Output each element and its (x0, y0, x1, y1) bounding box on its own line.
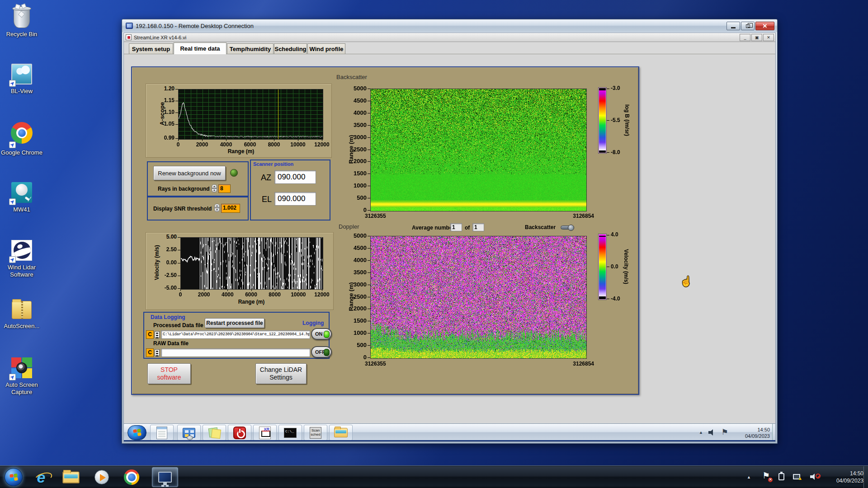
change-lidar-settings-button[interactable]: Change LiDAR Settings (255, 363, 307, 384)
close-button[interactable]: ✕ (755, 22, 774, 30)
host-taskbar-chrome-button[interactable] (118, 467, 145, 487)
session-tray-flag-icon[interactable]: ⚑ (722, 427, 728, 437)
session-show-desktop-button[interactable] (772, 424, 775, 440)
processed-path-field[interactable]: C:\Lidar\Data\Proc\2023\202309\20230904\… (161, 330, 310, 339)
el-value-field[interactable]: 090.000 (274, 192, 316, 206)
rays-value-field[interactable]: 8 (218, 184, 231, 193)
snr-spinner[interactable]: ▴▾ (214, 204, 220, 212)
session-taskbar-xr-button[interactable]: XR (253, 425, 277, 441)
session-taskbar-cmd-button[interactable]: C:\_ (278, 425, 302, 441)
app-titlebar[interactable]: StreamLine XR v14-6.vi _ ▣ ✕ (124, 33, 775, 42)
backscatter-colorbar-label: log B (/m/sr) (624, 91, 630, 150)
host-clock[interactable]: 14:50 04/09/2023 (826, 470, 863, 484)
host-tray-device-icon[interactable]: ▲ (793, 474, 800, 479)
backscatter-colorbar-tick-mid: -5.5 (611, 117, 620, 123)
tick-label: 3500 (340, 269, 367, 276)
session-taskbar-power-button[interactable] (228, 425, 251, 441)
desktop-icon-mw41[interactable]: ➤ MW41 (1, 181, 42, 213)
az-value-field[interactable]: 090.000 (274, 170, 316, 184)
lidar-panel: Backscatter A-scope Range (m) 1.201.151.… (131, 66, 639, 395)
raw-drive-selector[interactable]: C (146, 348, 154, 357)
desktop-icon-auto-screen-capture[interactable]: ➤ Auto Screen Capture (1, 356, 42, 396)
zip-folder-icon (10, 297, 33, 321)
tab-temp-humidity[interactable]: Temp/humidity (227, 43, 274, 54)
host-tray-speaker-muted-icon[interactable] (810, 474, 817, 480)
host-tray-battery-icon[interactable] (778, 473, 784, 480)
desktop-icon-label: BL-View (1, 88, 42, 95)
renew-background-button[interactable]: Renew background now (153, 166, 226, 180)
tab-wind-profile[interactable]: Wind profile (307, 43, 345, 54)
processed-browse-icon[interactable] (155, 331, 160, 338)
session-taskbar-scan-button[interactable]: Scansched (304, 425, 327, 441)
restart-processed-file-button[interactable]: Restart processed file (205, 318, 264, 328)
desktop-icon-bl-view[interactable]: ➤ BL-View (1, 62, 42, 95)
el-label: EL (262, 195, 272, 204)
tick-label: 1.10 (148, 109, 175, 115)
host-taskbar-rdp-button[interactable] (152, 467, 178, 487)
session-tray-expand-icon[interactable]: ▲ (699, 430, 703, 435)
host-taskbar-ie-button[interactable]: e (28, 467, 54, 487)
session-start-button[interactable] (127, 425, 146, 440)
desktop-icon-autoscreen-zip[interactable]: AutoScreen... (1, 297, 42, 330)
tick-label: 0.99 (148, 135, 175, 141)
remote-session: StreamLine XR v14-6.vi _ ▣ ✕ System setu… (123, 33, 776, 442)
hand-cursor: ☝ (680, 276, 692, 287)
raw-browse-icon[interactable] (155, 349, 160, 356)
snr-threshold-label: Display SNR threshold (153, 206, 212, 212)
tick-label: -2.50 (151, 272, 177, 278)
rays-spinner[interactable]: ▴▾ (212, 184, 217, 192)
raw-path-field[interactable] (161, 348, 310, 357)
tick-label: 500 (340, 342, 367, 348)
snr-value-field[interactable]: 1.002 (221, 204, 240, 213)
app-close-button[interactable]: ✕ (763, 34, 774, 41)
tick-label: 0.00 (151, 259, 177, 266)
host-start-button[interactable] (5, 468, 23, 486)
tick-label: 1500 (340, 317, 367, 324)
session-tray-speaker-icon[interactable] (708, 429, 716, 436)
session-taskbar-notes-button[interactable] (203, 425, 226, 441)
session-taskbar-notepad-button[interactable] (150, 425, 174, 441)
desktop-icon-wind-lidar[interactable]: ➤ Wind Lidar Software (1, 239, 42, 279)
desktop-icon-label: AutoScreen... (1, 323, 42, 330)
desktop-icon-label: Auto Screen Capture (1, 381, 42, 396)
chrome-icon: ➤ (10, 122, 33, 147)
app-minimize-button[interactable]: _ (740, 34, 750, 41)
restore-button[interactable] (741, 22, 755, 30)
warning-badge: ▲ (798, 476, 802, 481)
host-taskbar-explorer-button[interactable] (58, 467, 84, 487)
background-led-indicator (230, 169, 238, 177)
desktop-icon-recycle-bin[interactable]: Recycle Bin (1, 4, 42, 38)
tab-system-setup[interactable]: System setup (129, 43, 173, 54)
processed-drive-selector[interactable]: C (146, 330, 154, 339)
tick-label: 4000 (212, 141, 240, 148)
tick-label: 4500 (340, 97, 367, 104)
raw-logging-toggle-off[interactable]: OFF (311, 346, 332, 358)
session-clock[interactable]: 14:50 04/09/2023 (745, 427, 770, 440)
session-taskbar-config-button[interactable] (177, 425, 201, 441)
doppler-colorbar-tick-min: -4.0 (611, 296, 620, 302)
desktop-icon-google-chrome[interactable]: ➤ Google Chrome (1, 121, 42, 156)
stop-software-button[interactable]: STOP software (147, 363, 191, 384)
host-show-desktop-button[interactable] (863, 466, 868, 488)
velocity-graph: Velocity (m/s) Range (m) 5.002.500.00-2.… (146, 232, 334, 310)
recycle-bin-icon (10, 4, 33, 29)
tick-label: 12000 (308, 141, 335, 148)
tick-label: 10000 (284, 141, 311, 148)
app-restore-button[interactable]: ▣ (751, 34, 762, 41)
internet-explorer-icon: e (37, 469, 46, 486)
host-taskbar-wmp-button[interactable] (89, 467, 115, 487)
rdp-titlebar[interactable]: 192.168.0.150 - Remote Desktop Connectio… (122, 19, 777, 32)
minimize-button[interactable] (726, 22, 740, 30)
scanner-position-title: Scanner position (253, 161, 293, 167)
tick-label: 6000 (238, 291, 265, 298)
tick-label: 10000 (285, 291, 312, 298)
host-tray-expand-icon[interactable]: ▲ (747, 475, 751, 479)
session-taskbar-folder-button[interactable] (329, 425, 353, 441)
tab-real-time-data[interactable]: Real time data (174, 42, 226, 54)
tick-label: 0 (340, 206, 367, 213)
tab-scheduling[interactable]: Scheduling (274, 43, 307, 54)
processed-logging-toggle-on[interactable]: ON (311, 328, 332, 340)
doppler-heatmap-graph: Range (m) 3126355 3126854 50004500400035… (335, 228, 588, 377)
host-tray-flag-icon[interactable]: ⚑✕ (762, 470, 770, 481)
mw41-icon: ➤ (10, 181, 33, 204)
